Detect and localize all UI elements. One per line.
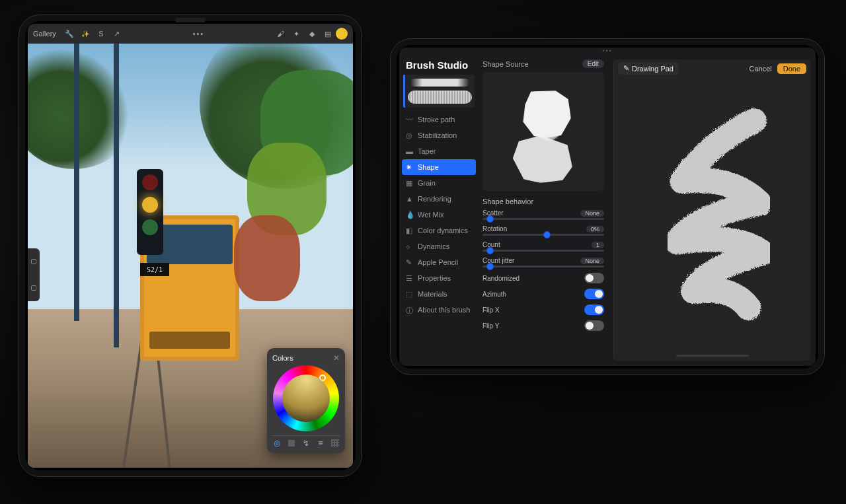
- sidebar-item-label: Dynamics: [418, 242, 449, 250]
- overflow-menu-icon[interactable]: •••: [192, 28, 204, 40]
- brush-studio-title: Brush Studio: [399, 59, 479, 75]
- artwork-canvas[interactable]: S2/1 Colors ✕ ◎ ↯ ≡: [28, 44, 353, 468]
- color-wheel[interactable]: [273, 365, 339, 431]
- selection-icon[interactable]: S: [95, 28, 107, 40]
- scatter-value: None: [580, 210, 604, 217]
- transform-icon[interactable]: [111, 28, 123, 40]
- sidebar-item-label: Color dynamics: [418, 227, 468, 234]
- done-button[interactable]: Done: [777, 63, 806, 74]
- count-jitter-value: None: [580, 258, 604, 264]
- sidebar-item-label: Wet Mix: [418, 211, 444, 219]
- sidebar-item-color-dynamics[interactable]: ◧Color dynamics: [399, 223, 479, 238]
- adjustments-icon[interactable]: [63, 28, 75, 40]
- sidebar-item-label: Materials: [418, 290, 447, 298]
- active-color-swatch[interactable]: [336, 28, 348, 40]
- top-toolbar: Gallery S ••• ✦ ◆: [28, 24, 353, 44]
- status-bar-space: •••: [399, 48, 816, 57]
- color-mode-classic-icon[interactable]: [287, 439, 296, 448]
- foliage: [234, 215, 300, 301]
- shape-behavior-title: Shape behavior: [482, 198, 604, 205]
- sidebar-item-label: Grain: [418, 179, 436, 187]
- ipad-landscape-frame: ••• Brush Studio 〰Stroke path ◎Stabiliza…: [390, 38, 825, 375]
- sidebar-item-properties[interactable]: ☰Properties: [399, 270, 479, 286]
- sidebar-item-apple-pencil[interactable]: ✎Apple Pencil: [399, 254, 479, 270]
- color-wheel-cursor[interactable]: [319, 375, 326, 381]
- shape-source-preview[interactable]: [482, 72, 604, 191]
- sidebar-item-materials[interactable]: ⬚Materials: [399, 286, 479, 302]
- brush-studio-center: Shape Source Edit Shape behavior Scatter…: [479, 57, 611, 366]
- sidebar-item-stroke-path[interactable]: 〰Stroke path: [399, 112, 479, 127]
- ipad-portrait-frame: Gallery S ••• ✦ ◆: [19, 15, 362, 477]
- color-mode-palettes-icon[interactable]: [330, 439, 340, 448]
- sidebar-item-shape[interactable]: ✷Shape: [402, 159, 476, 175]
- rotation-slider[interactable]: [482, 234, 604, 236]
- color-mode-value-icon[interactable]: ≡: [316, 439, 325, 448]
- sidebar-item-about[interactable]: ⓘAbout this brush: [399, 302, 479, 318]
- count-jitter-slider[interactable]: [482, 266, 604, 268]
- sidebar-item-label: Rendering: [418, 195, 451, 203]
- sidebar-item-label: Taper: [418, 147, 436, 155]
- sidebar-item-label: Properties: [418, 274, 451, 282]
- count-slider[interactable]: [482, 250, 604, 252]
- eraser-tool-icon[interactable]: ◆: [306, 28, 318, 40]
- route-sign: S2/1: [140, 263, 169, 276]
- cancel-button[interactable]: Cancel: [749, 65, 771, 73]
- drawing-pad-label: Drawing Pad: [632, 65, 673, 73]
- scatter-label: Scatter: [482, 209, 504, 217]
- flip-x-toggle[interactable]: [584, 305, 604, 315]
- traffic-light: [137, 169, 163, 255]
- color-mode-row: ◎ ↯ ≡: [272, 435, 340, 448]
- edit-button[interactable]: Edit: [582, 59, 604, 68]
- brush-studio-canvas: ✎ Drawing Pad Cancel Done: [613, 59, 810, 361]
- color-mode-harmony-icon[interactable]: ↯: [301, 439, 311, 448]
- smudge-tool-icon[interactable]: ✦: [290, 28, 302, 40]
- colors-panel[interactable]: Colors ✕ ◎ ↯ ≡: [267, 348, 345, 453]
- wand-icon[interactable]: [79, 28, 91, 40]
- rotation-value: 0%: [586, 226, 604, 233]
- sidebar-item-rendering[interactable]: ▲Rendering: [399, 191, 479, 207]
- camera-notch: [175, 18, 206, 22]
- rotation-label: Rotation: [482, 225, 507, 233]
- colors-panel-title: Colors: [272, 354, 293, 362]
- pole: [74, 44, 79, 321]
- brush-preview-thumb[interactable]: [403, 75, 475, 108]
- sidebar-item-label: Apple Pencil: [418, 258, 458, 266]
- brush-studio-screen: ••• Brush Studio 〰Stroke path ◎Stabiliza…: [399, 48, 816, 366]
- pole: [114, 44, 119, 347]
- home-indicator: [676, 355, 749, 357]
- sidebar-item-stabilization[interactable]: ◎Stabilization: [399, 127, 479, 143]
- randomized-toggle[interactable]: [584, 273, 604, 283]
- sidebar-item-grain[interactable]: ▦Grain: [399, 175, 479, 191]
- shape-source-label: Shape Source: [482, 60, 529, 68]
- count-value: 1: [592, 242, 604, 248]
- scatter-slider[interactable]: [482, 218, 604, 220]
- color-mode-disc-icon[interactable]: ◎: [272, 439, 282, 448]
- flip-y-toggle[interactable]: [584, 320, 604, 331]
- randomized-label: Randomized: [482, 275, 519, 282]
- azimuth-toggle[interactable]: [584, 289, 604, 299]
- layers-icon[interactable]: [322, 28, 334, 40]
- flip-y-label: Flip Y: [482, 322, 499, 330]
- side-size-control[interactable]: [28, 248, 40, 301]
- sidebar-item-wet-mix[interactable]: 💧Wet Mix: [399, 207, 479, 223]
- test-stroke[interactable]: [643, 79, 797, 347]
- sidebar-item-dynamics[interactable]: ⟐Dynamics: [399, 238, 479, 254]
- brush-tool-icon[interactable]: [274, 28, 286, 40]
- sidebar-item-label: Stroke path: [418, 116, 455, 124]
- sidebar-item-label: About this brush: [418, 306, 471, 314]
- sidebar-item-label: Shape: [418, 163, 439, 171]
- gallery-link[interactable]: Gallery: [33, 30, 56, 38]
- azimuth-label: Azimuth: [482, 291, 506, 298]
- drawing-pad-button[interactable]: ✎ Drawing Pad: [618, 62, 679, 75]
- close-icon[interactable]: ✕: [333, 353, 340, 363]
- procreate-canvas-screen: Gallery S ••• ✦ ◆: [28, 24, 353, 468]
- sidebar-item-taper[interactable]: ▬Taper: [399, 143, 479, 159]
- brush-studio-sidebar: Brush Studio 〰Stroke path ◎Stabilization…: [399, 57, 479, 366]
- pencil-icon: ✎: [623, 64, 629, 73]
- sidebar-item-label: Stabilization: [418, 131, 457, 139]
- flip-x-label: Flip X: [482, 306, 500, 314]
